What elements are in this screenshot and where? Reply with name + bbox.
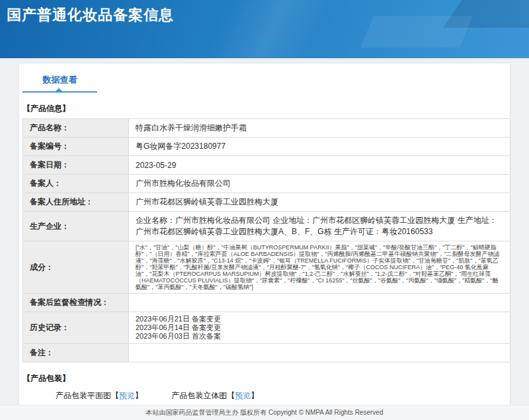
row-label: 备案编号： (23, 138, 129, 156)
package-stereo-item: 产品包装立体图【预览】 (171, 391, 259, 400)
page-header: 国产普通化妆品备案信息 (0, 0, 529, 58)
row-value (129, 344, 510, 362)
table-row-product-name: 产品名称： 特露白水养干燥润滑细嫩护手霜 (23, 119, 510, 138)
package-flat-label: 产品包装平面图 (56, 391, 111, 400)
tab-underline (22, 91, 97, 93)
tab-bar: 数据查看 (22, 70, 97, 86)
table-row-filer-address: 备案人住所地址： 广州市花都区狮岭镇芙蓉工业园胜梅大厦 (23, 193, 510, 212)
row-label: 备案日期： (23, 156, 129, 175)
row-value (129, 294, 510, 312)
bracket-close: 】 (251, 391, 259, 400)
page-footer: 本站由国家药品监督管理局主办 版权所有 Copyright © NMPA All… (0, 405, 529, 420)
row-label: 备案人住所地址： (23, 193, 129, 212)
table-row-manufacturer: 生产企业： 企业名称：广州市胜梅化妆品有限公司 企业地址：广州市花都区狮岭镇芙蓉… (23, 212, 510, 241)
row-label: 生产企业： (23, 212, 129, 241)
package-flat-item: 产品包装平面图【预览】 (56, 391, 145, 400)
table-row-remarks: 备注： (23, 344, 510, 362)
row-label: 成分： (23, 241, 129, 294)
row-value: 广州市花都区狮岭镇芙蓉工业园胜梅大厦 (129, 193, 510, 212)
row-label: 产品名称： (23, 119, 129, 138)
table-row-supervision: 备案后监督检查情况： (23, 294, 510, 312)
row-label: 备注： (23, 344, 129, 362)
table-row-filing-number: 备案编号： 粤G妆网备字2023180977 (23, 138, 510, 156)
row-value: 2023-05-29 (129, 156, 510, 175)
bracket-open: 【 (111, 391, 119, 400)
table-row-filer: 备案人： 广州市胜梅化妆品有限公司 (23, 175, 510, 193)
row-value: 企业名称：广州市胜梅化妆品有限公司 企业地址：广州市花都区狮岭镇芙蓉工业园胜梅大… (129, 212, 510, 241)
table-row-history: 历史记录： 2023年06月21日 备案变更 2023年06月14日 备案变更 … (23, 312, 510, 344)
package-stereo-preview-link[interactable]: 预览 (235, 391, 251, 400)
footer-copyright-text: 本站由国家药品监督管理局主办 版权所有 Copyright © NMPA All… (146, 409, 384, 416)
row-value: 粤G妆网备字2023180977 (129, 138, 510, 156)
section-product-package-title: 【产品包装】 (22, 373, 508, 384)
bracket-open: 【 (227, 391, 235, 400)
table-row-filing-date: 备案日期： 2023-05-29 (23, 156, 510, 175)
content-card: 数据查看 【产品信息】 产品名称： 特露白水养干燥润滑细嫩护手霜 备案编号： 粤… (19, 63, 510, 420)
package-stereo-label: 产品包装立体图 (171, 391, 227, 400)
row-label: 备案人： (23, 175, 129, 193)
row-value: 2023年06月21日 备案变更 2023年06月14日 备案变更 2023年0… (129, 312, 510, 344)
package-flat-preview-link[interactable]: 预览 (119, 391, 135, 400)
row-label: 历史记录： (23, 312, 129, 344)
table-row-ingredients: 成分： ["水"，"甘油"，"山梨（糖）醇"，"牛油果树（BUTYROSPERM… (23, 241, 510, 294)
bracket-close: 】 (135, 391, 143, 400)
row-label: 备案后监督检查情况： (23, 294, 129, 312)
tab-caret-icon (56, 88, 62, 91)
page-title: 国产普通化妆品备案信息 (0, 0, 529, 25)
package-preview-line: 产品包装平面图【预览】 产品包装立体图【预览】 (56, 390, 508, 401)
section-product-info-title: 【产品信息】 (22, 103, 508, 114)
row-value: ["水"，"甘油"，"山梨（糖）醇"，"牛油果树（BUTYROSPERMUM P… (129, 241, 510, 294)
product-info-table: 产品名称： 特露白水养干燥润滑细嫩护手霜 备案编号： 粤G妆网备字2023180… (22, 118, 510, 362)
row-value: 广州市胜梅化妆品有限公司 (129, 175, 510, 193)
tab-data-view[interactable]: 数据查看 (43, 74, 77, 86)
row-value: 特露白水养干燥润滑细嫩护手霜 (129, 119, 510, 138)
